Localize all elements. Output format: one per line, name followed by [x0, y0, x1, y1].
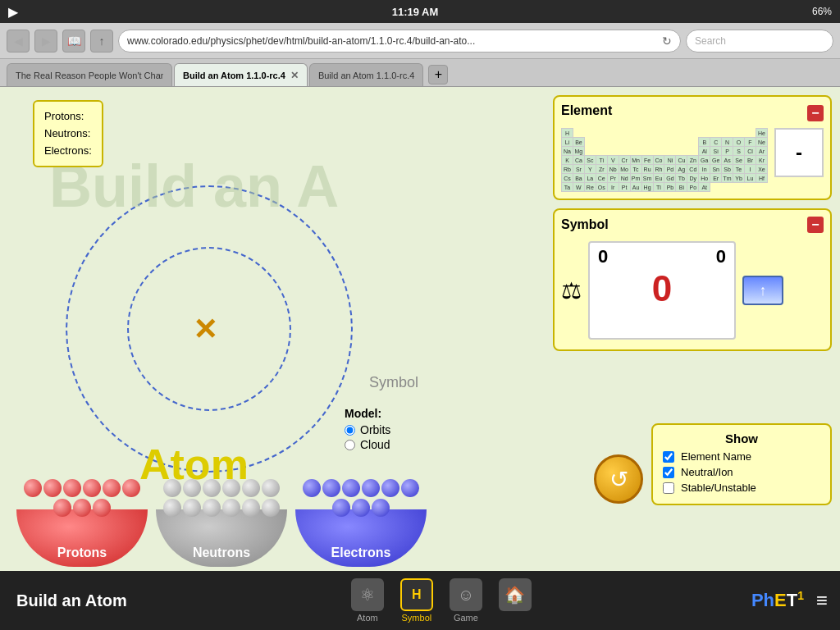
tab-1[interactable]: Build an Atom 1.1.0-rc.4 ✕: [174, 63, 308, 86]
element-Fe[interactable]: Fe: [641, 156, 653, 165]
element-Os[interactable]: Os: [596, 183, 607, 192]
cloud-radio[interactable]: [345, 440, 355, 450]
element-Ce[interactable]: Ce: [596, 174, 607, 183]
element-Ge[interactable]: Ge: [710, 156, 722, 165]
neutral-ion-checkbox[interactable]: [663, 467, 674, 478]
element-Be[interactable]: Be: [573, 138, 584, 147]
element-K[interactable]: K: [562, 156, 573, 165]
element-Cr[interactable]: Cr: [619, 156, 630, 165]
element-Ho[interactable]: Ho: [699, 174, 710, 183]
electron-particle[interactable]: [322, 479, 340, 497]
electron-particle[interactable]: [381, 479, 399, 497]
element-Ca[interactable]: Ca: [573, 156, 584, 165]
periodic-table[interactable]: H He Li Be B C N O F: [561, 128, 768, 192]
proton-particle[interactable]: [93, 499, 111, 517]
element-Ni[interactable]: Ni: [664, 156, 676, 165]
element-O[interactable]: O: [733, 138, 745, 147]
neutron-particle[interactable]: [203, 479, 221, 497]
element-Ba[interactable]: Ba: [573, 174, 584, 183]
neutron-particle[interactable]: [242, 499, 260, 517]
element-H[interactable]: H: [562, 129, 573, 138]
neutron-particle[interactable]: [262, 499, 280, 517]
element-Rh[interactable]: Rh: [653, 165, 664, 174]
stable-unstable-checkbox[interactable]: [663, 482, 674, 494]
element-Po[interactable]: Po: [687, 183, 699, 192]
element-C[interactable]: C: [710, 138, 722, 147]
neutrons-bowl[interactable]: Neutrons: [156, 509, 287, 567]
element-Ta[interactable]: Ta: [562, 183, 573, 192]
element-Yb[interactable]: Yb: [733, 174, 745, 183]
search-bar[interactable]: Search: [686, 30, 833, 52]
element-Zn[interactable]: Zn: [687, 156, 699, 165]
element-W[interactable]: W: [573, 183, 584, 192]
menu-button[interactable]: ≡: [816, 589, 840, 612]
forward-button[interactable]: ▶: [34, 30, 57, 52]
orbits-radio[interactable]: [345, 425, 355, 436]
reset-button[interactable]: ↺: [594, 454, 643, 504]
element-Ir[interactable]: Ir: [607, 183, 619, 192]
share-button[interactable]: ↑: [90, 30, 113, 52]
element-Ti[interactable]: Ti: [596, 156, 607, 165]
element-At[interactable]: At: [699, 183, 710, 192]
element-Au[interactable]: Au: [630, 183, 641, 192]
element-Rb[interactable]: Rb: [562, 165, 573, 174]
neutron-particle[interactable]: [222, 479, 240, 497]
electron-particle[interactable]: [362, 479, 380, 497]
element-Xe[interactable]: Xe: [756, 165, 767, 174]
element-Co[interactable]: Co: [653, 156, 664, 165]
element-Eu[interactable]: Eu: [653, 174, 664, 183]
element-F[interactable]: F: [745, 138, 756, 147]
element-Sb[interactable]: Sb: [722, 165, 733, 174]
neutron-particle[interactable]: [163, 479, 181, 497]
tab-2[interactable]: Build an Atom 1.1.0-rc.4: [309, 63, 423, 86]
element-B[interactable]: B: [699, 138, 710, 147]
proton-particle[interactable]: [83, 479, 101, 497]
element-Tm[interactable]: Tm: [722, 174, 733, 183]
element-Re[interactable]: Re: [584, 183, 596, 192]
element-He[interactable]: He: [756, 129, 767, 138]
symbol-panel-collapse[interactable]: −: [807, 217, 824, 233]
back-button[interactable]: ◀: [7, 30, 30, 52]
element-Pm[interactable]: Pm: [630, 174, 641, 183]
bookmarks-button[interactable]: 📖: [62, 30, 85, 52]
element-Pr[interactable]: Pr: [607, 174, 619, 183]
element-Nb[interactable]: Nb: [607, 165, 619, 174]
element-N[interactable]: N: [722, 138, 733, 147]
element-Br[interactable]: Br: [745, 156, 756, 165]
proton-particle[interactable]: [24, 479, 42, 497]
bottom-tab-symbol[interactable]: H Symbol: [400, 578, 433, 623]
neutron-particle[interactable]: [203, 499, 221, 517]
element-Ru[interactable]: Ru: [641, 165, 653, 174]
neutron-particle[interactable]: [222, 499, 240, 517]
element-Sn[interactable]: Sn: [710, 165, 722, 174]
refresh-button[interactable]: ↻: [662, 34, 672, 48]
element-Si[interactable]: Si: [710, 147, 722, 156]
proton-particle[interactable]: [53, 499, 71, 517]
element-Er[interactable]: Er: [710, 174, 722, 183]
element-Te[interactable]: Te: [733, 165, 745, 174]
element-Dy[interactable]: Dy: [687, 174, 699, 183]
element-I[interactable]: I: [745, 165, 756, 174]
electron-particle[interactable]: [401, 479, 419, 497]
element-P[interactable]: P: [722, 147, 733, 156]
element-Se[interactable]: Se: [733, 156, 745, 165]
new-tab-button[interactable]: +: [428, 65, 448, 84]
protons-bowl[interactable]: Protons: [16, 509, 148, 567]
neutron-particle[interactable]: [183, 479, 201, 497]
element-Kr[interactable]: Kr: [756, 156, 767, 165]
electron-particle[interactable]: [342, 479, 360, 497]
element-In[interactable]: In: [699, 165, 710, 174]
proton-particle[interactable]: [43, 479, 62, 497]
element-La[interactable]: La: [584, 174, 596, 183]
electron-particle[interactable]: [303, 479, 321, 497]
element-Hf[interactable]: Hf: [756, 174, 767, 183]
cloud-radio-label[interactable]: Cloud: [345, 438, 390, 451]
element-Lu[interactable]: Lu: [745, 174, 756, 183]
electrons-bowl[interactable]: Electrons: [295, 509, 427, 567]
element-Y[interactable]: Y: [584, 165, 596, 174]
neutron-particle[interactable]: [242, 479, 260, 497]
neutron-particle[interactable]: [163, 499, 181, 517]
tab-1-close[interactable]: ✕: [290, 70, 299, 81]
element-Cd[interactable]: Cd: [687, 165, 699, 174]
proton-particle[interactable]: [73, 499, 91, 517]
